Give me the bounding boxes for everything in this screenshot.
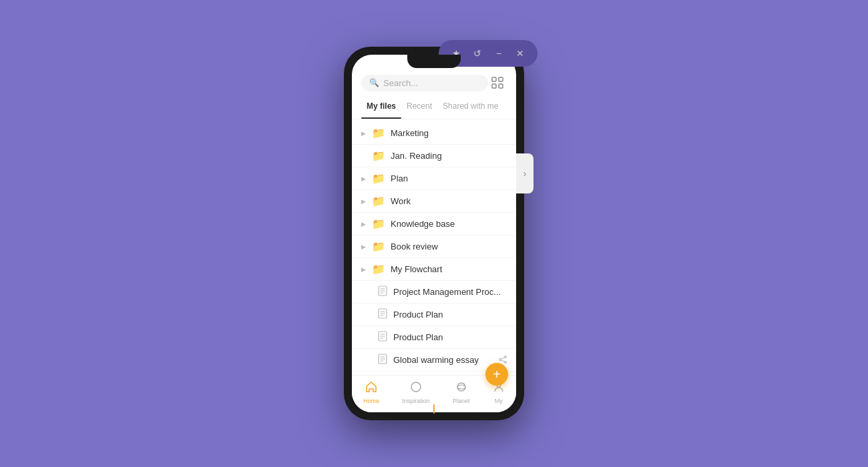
svg-rect-1 [499, 77, 503, 81]
chevron-right-icon: ▶ [361, 130, 367, 137]
file-name: My Flowchart [391, 264, 507, 274]
chevron-right-icon: ▶ [361, 244, 367, 250]
phone-notch [407, 55, 461, 68]
nav-item-home[interactable]: Home [358, 378, 385, 407]
chevron-right-icon: ▶ [361, 198, 367, 205]
folder-icon: 📁 [372, 172, 385, 185]
file-name: Product Plan [393, 332, 507, 342]
phone-screen: 🔍 Search... My fi [352, 55, 516, 412]
tab-shared-with-me[interactable]: Shared with me [437, 99, 503, 113]
document-icon [377, 286, 388, 298]
add-button[interactable]: + [485, 363, 508, 386]
tab-my-files[interactable]: My files [361, 99, 401, 113]
list-item[interactable]: ▶ 📁 Jan. Reading [352, 145, 516, 167]
file-name: Plan [391, 173, 507, 183]
file-name: Product Plan [393, 310, 507, 320]
folder-icon: 📁 [372, 240, 385, 253]
file-name: Project Management Proc... [393, 287, 507, 297]
close-button[interactable]: ✕ [511, 44, 529, 63]
document-icon [377, 308, 388, 321]
svg-point-21 [499, 358, 501, 360]
inspiration-icon [410, 381, 422, 396]
list-item[interactable]: ▶ 📁 Work [352, 190, 516, 213]
search-bar: 🔍 Search... [352, 68, 516, 96]
svg-point-29 [411, 382, 421, 392]
grid-view-icon[interactable] [488, 73, 507, 92]
search-placeholder: Search... [383, 78, 418, 88]
svg-rect-3 [499, 84, 503, 88]
list-item[interactable]: Product Plan [352, 326, 516, 349]
nav-label-my: My [495, 398, 503, 404]
file-name: Marketing [391, 128, 507, 138]
minimize-button[interactable]: − [489, 44, 508, 63]
chevron-right-icon: ▶ [361, 266, 367, 273]
chevron-right-icon: ▶ [361, 221, 367, 227]
tab-bar: My files Recent Shared with me [352, 96, 516, 119]
list-item[interactable]: ▶ 📁 Plan [352, 167, 516, 190]
folder-icon: 📁 [372, 149, 385, 162]
app-content: 🔍 Search... My fi [352, 55, 516, 412]
nav-label-home: Home [363, 398, 379, 404]
list-item[interactable]: Project Management Proc... [352, 281, 516, 304]
folder-icon: 📁 [372, 195, 385, 207]
search-icon: 🔍 [369, 78, 379, 87]
folder-icon: 📁 [372, 217, 385, 230]
list-item[interactable]: Product Plan [352, 304, 516, 326]
svg-line-24 [501, 360, 504, 361]
file-name: Work [391, 196, 507, 206]
document-icon [377, 331, 388, 344]
svg-point-30 [457, 383, 465, 391]
svg-point-31 [457, 385, 465, 389]
list-item[interactable]: ▶ 📁 Marketing [352, 122, 516, 145]
list-item[interactable]: ▶ 📁 My Flowchart [352, 258, 516, 281]
folder-icon: 📁 [372, 263, 385, 276]
list-item[interactable]: ▶ 📁 Book review [352, 236, 516, 258]
list-item[interactable]: ▶ 📁 Knowledge base [352, 213, 516, 236]
search-input-wrapper[interactable]: 🔍 Search... [361, 75, 488, 91]
nav-label-planet: Planet [453, 398, 470, 404]
svg-line-23 [501, 357, 504, 358]
tab-recent[interactable]: Recent [401, 99, 437, 113]
svg-point-22 [505, 361, 507, 363]
side-button[interactable]: › [516, 153, 533, 193]
file-list: ▶ 📁 Marketing ▶ 📁 Jan. Reading ▶ 📁 [352, 119, 516, 375]
home-icon [365, 381, 377, 396]
reset-button[interactable]: ↺ [468, 44, 487, 63]
nav-item-planet[interactable]: Planet [447, 378, 475, 407]
chevron-right-icon: ▶ [361, 175, 367, 182]
cursor-indicator [433, 404, 435, 414]
document-icon [377, 354, 388, 366]
phone-frame: › 🔍 Search... [344, 47, 524, 420]
file-name: Global warming essay [393, 355, 491, 365]
nav-label-inspiration: Inspiration [402, 398, 430, 404]
svg-rect-2 [492, 84, 496, 88]
folder-icon: 📁 [372, 127, 385, 139]
svg-rect-0 [492, 77, 496, 81]
planet-icon [455, 381, 467, 396]
file-name: Book review [391, 242, 507, 252]
file-name: Jan. Reading [391, 151, 507, 161]
svg-point-20 [505, 356, 507, 358]
nav-item-inspiration[interactable]: Inspiration [397, 378, 435, 407]
file-name: Knowledge base [391, 219, 507, 229]
